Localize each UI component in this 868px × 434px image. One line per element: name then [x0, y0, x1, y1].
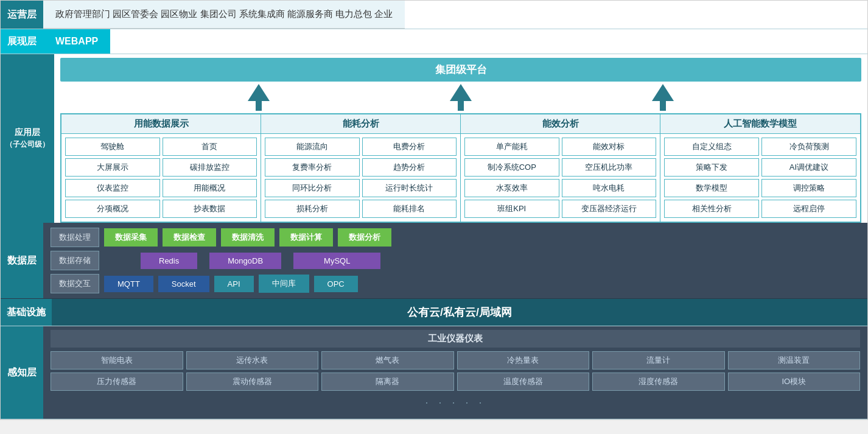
data-btn-socket: Socket — [158, 276, 209, 292]
jichu-label: 基础设施 — [1, 299, 52, 326]
yingyong-col-2: 单产能耗 能效对标 制冷系统COP 空压机比功率 水泵效率 吨水电耗 班组KPI… — [461, 134, 660, 222]
arrow-stem1 — [256, 101, 262, 111]
ganzhi-row1: 智能电表 远传水表 燃气表 冷热量表 流量计 测温装置 — [51, 351, 860, 369]
yingyong-cell-3-2: 策略下发 — [664, 158, 759, 177]
yingyong-cell-0-3: 碳排放监控 — [163, 158, 257, 177]
data-row-1: 数据处理 数据采集 数据检查 数据清洗 数据计算 数据分析 — [51, 228, 860, 247]
data-btn-mysql: MySQL — [293, 253, 380, 269]
yingyong-cell-1-7: 能耗排名 — [362, 200, 457, 218]
yingyong-cell-1-1: 电费分析 — [362, 138, 457, 156]
arrow2 — [450, 84, 472, 111]
ganzhi-cell-4: 流量计 — [592, 351, 725, 369]
yingyong-label-box: 应用层 （子公司级） — [1, 54, 54, 223]
shuju-label: 数据层 — [1, 223, 43, 298]
yingyong-col-0: 驾驶舱 首页 大屏展示 碳排放监控 仪表监控 用能概况 分项概况 抄表数据 — [61, 134, 261, 222]
yingyong-cell-3-1: 冷负荷预测 — [761, 138, 856, 156]
data-btn-api: API — [214, 276, 254, 292]
yingyong-cell-3-6: 相关性分析 — [664, 200, 759, 218]
arrows-row — [60, 82, 861, 113]
yunying-row: 运营层 政府管理部门 园区管委会 园区物业 集团公司 系统集成商 能源服务商 电… — [1, 1, 867, 29]
data-btn-caiji: 数据采集 — [104, 228, 158, 247]
data-btn-fenxi: 数据分析 — [338, 228, 391, 247]
yingyong-cell-2-4: 水泵效率 — [464, 179, 559, 197]
yingyong-cell-2-7: 变压器经济运行 — [562, 200, 657, 218]
yingyong-section: 用能数据展示 能耗分析 能效分析 人工智能数学模型 驾驶舱 首页 大屏展示 碳排… — [60, 113, 861, 223]
middle-section: 应用层 （子公司级） 集团级平台 — [1, 54, 867, 223]
arrow-stem3 — [660, 101, 666, 111]
yingyong-col-1: 能源流向 电费分析 复费率分析 趋势分析 同环比分析 运行时长统计 损耗分析 能… — [261, 134, 461, 222]
data-btn-jisuan: 数据计算 — [279, 228, 333, 247]
yingyong-cell-1-5: 运行时长统计 — [362, 179, 457, 197]
yingyong-grid-1: 能源流向 电费分析 复费率分析 趋势分析 同环比分析 运行时长统计 损耗分析 能… — [265, 138, 457, 218]
data-label-jiaohu: 数据交互 — [51, 274, 99, 293]
yingyong-cell-3-5: 调控策略 — [761, 179, 856, 197]
yingyong-cell-2-2: 制冷系统COP — [464, 158, 559, 177]
ganzhi-cell-0: 智能电表 — [51, 351, 183, 369]
yingyong-cell-0-1: 首页 — [163, 138, 257, 156]
yingyong-cell-1-3: 趋势分析 — [362, 158, 457, 177]
yingyong-grid-2: 单产能耗 能效对标 制冷系统COP 空压机比功率 水泵效率 吨水电耗 班组KPI… — [464, 138, 656, 218]
data-btn-zhongjianka: 中间库 — [259, 275, 309, 293]
yingyong-cell-2-5: 吨水电耗 — [562, 179, 657, 197]
zhanxian-label: 展现层 — [1, 29, 43, 54]
yingyong-cell-3-0: 自定义组态 — [664, 138, 759, 156]
ganzhi-cell-2: 燃气表 — [321, 351, 454, 369]
data-btn-qingxi: 数据清洗 — [221, 228, 275, 247]
ganzhi-cell-8: 隔离器 — [321, 373, 454, 391]
yingyong-col-header-0: 用能数据展示 — [61, 114, 261, 133]
yunying-content: 政府管理部门 园区管委会 园区物业 集团公司 系统集成商 能源服务商 电力总包 … — [43, 1, 405, 29]
yingyong-body: 驾驶舱 首页 大屏展示 碳排放监控 仪表监控 用能概况 分项概况 抄表数据 — [61, 134, 860, 222]
ganzhi-cell-10: 湿度传感器 — [592, 373, 725, 391]
ganzhi-content: 工业仪器仪表 智能电表 远传水表 燃气表 冷热量表 流量计 测温装置 压力传感器… — [43, 326, 867, 419]
yingyong-cell-0-5: 用能概况 — [163, 179, 257, 197]
ganzhi-cell-3: 冷热量表 — [457, 351, 590, 369]
yingyong-cell-0-2: 大屏展示 — [65, 158, 160, 177]
arrow-shape3 — [652, 84, 674, 101]
jichu-content: 公有云/私有云/局域网 — [52, 299, 867, 326]
data-storage-items: Redis MongoDB MySQL — [104, 253, 860, 269]
ganzhi-row2: 压力传感器 震动传感器 隔离器 温度传感器 湿度传感器 IO模块 — [51, 373, 860, 391]
shuju-row: 数据层 数据处理 数据采集 数据检查 数据清洗 数据计算 数据分析 数据存储 R… — [1, 223, 867, 299]
jichu-row: 基础设施 公有云/私有云/局域网 — [1, 299, 867, 326]
zhanxian-content: WEB APP — [43, 29, 110, 54]
yingyong-cell-1-2: 复费率分析 — [265, 158, 360, 177]
data-btn-jiancha: 数据检查 — [163, 228, 216, 247]
arrow-shape2 — [450, 84, 472, 101]
data-label-cunchu: 数据存储 — [51, 251, 99, 270]
shuju-content: 数据处理 数据采集 数据检查 数据清洗 数据计算 数据分析 数据存储 Redis… — [43, 223, 867, 298]
arrow1 — [248, 84, 270, 111]
zhanxian-row: 展现层 WEB APP — [1, 29, 867, 54]
yingyong-cell-0-6: 分项概况 — [65, 200, 160, 218]
yingyong-cell-2-1: 能效对标 — [562, 138, 657, 156]
yingyong-cell-0-0: 驾驶舱 — [65, 138, 160, 156]
yingyong-cell-3-4: 数学模型 — [664, 179, 759, 197]
yingyong-grid-0: 驾驶舱 首页 大屏展示 碳排放监控 仪表监控 用能概况 分项概况 抄表数据 — [65, 138, 257, 218]
yingyong-cell-1-4: 同环比分析 — [265, 179, 360, 197]
data-btn-mqtt: MQTT — [104, 276, 153, 292]
jituan-bar: 集团级平台 — [60, 58, 861, 82]
data-btn-mongodb: MongoDB — [209, 253, 281, 269]
yunying-label: 运营层 — [1, 1, 43, 29]
yingyong-label-text: 应用层 — [15, 127, 40, 138]
arrow-shape1 — [248, 84, 270, 101]
zhanxian-app: APP — [78, 36, 98, 47]
middle-content: 集团级平台 用能数据展示 能 — [54, 54, 867, 223]
yingyong-cell-3-7: 远程启停 — [761, 200, 856, 218]
yingyong-cell-1-0: 能源流向 — [265, 138, 360, 156]
yingyong-cell-2-0: 单产能耗 — [464, 138, 559, 156]
yingyong-cell-1-6: 损耗分析 — [265, 200, 360, 218]
yingyong-col-header-3: 人工智能数学模型 — [660, 114, 860, 133]
ganzhi-cell-11: IO模块 — [728, 373, 861, 391]
data-label-chuli: 数据处理 — [51, 228, 99, 247]
yingyong-cell-0-7: 抄表数据 — [163, 200, 257, 218]
yingyong-sublabel: （子公司级） — [5, 139, 49, 150]
yingyong-col-header-1: 能耗分析 — [261, 114, 461, 133]
ganzhi-cell-5: 测温装置 — [728, 351, 861, 369]
dots-row: · · · · · — [51, 394, 860, 413]
yingyong-col-header-2: 能效分析 — [461, 114, 660, 133]
ganzhi-cell-1: 远传水表 — [186, 351, 319, 369]
yunying-items: 政府管理部门 园区管委会 园区物业 集团公司 系统集成商 能源服务商 电力总包 … — [55, 9, 393, 20]
main-container: 运营层 政府管理部门 园区管委会 园区物业 集团公司 系统集成商 能源服务商 电… — [0, 0, 868, 420]
yingyong-col-3: 自定义组态 冷负荷预测 策略下发 AI调优建议 数学模型 调控策略 相关性分析 … — [660, 134, 860, 222]
arrow3 — [652, 84, 674, 111]
